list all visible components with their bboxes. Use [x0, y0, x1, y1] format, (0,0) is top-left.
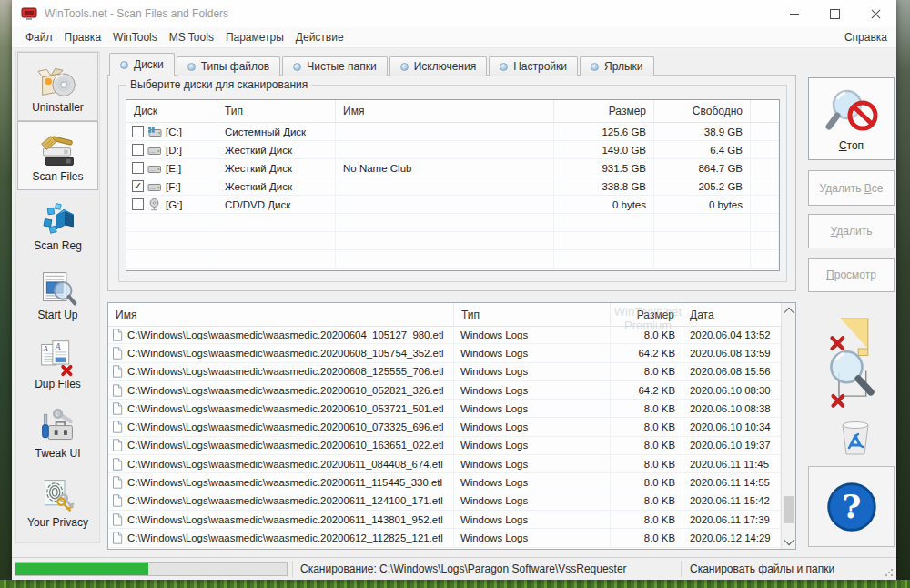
scroll-thumb[interactable] [784, 496, 794, 523]
menu-item-edit[interactable]: Правка [65, 31, 102, 44]
desktop-wallpaper-bottom [0, 580, 910, 588]
help-button[interactable] [808, 466, 895, 547]
sidebar-icon [37, 129, 78, 170]
delete-all-button[interactable]: Удалить Все [808, 170, 895, 206]
menu-item-help[interactable]: Справка [844, 31, 887, 44]
tab-5[interactable]: Настройки [489, 56, 578, 76]
disk-size: 0 bytes [554, 196, 654, 213]
disk-row[interactable]: ✓ [F:] Жесткий Диск 338.8 GB 205.2 GB [126, 177, 779, 196]
disk-type: Системный Диск [217, 123, 336, 140]
menu-item-options[interactable]: Параметры [226, 31, 284, 44]
tab-label: Чистые папки [307, 60, 376, 73]
disk-row-empty [126, 250, 779, 269]
file-table-header: Имя Тип Размер Дата [108, 303, 781, 327]
progress-bar [15, 562, 288, 576]
tab-6[interactable]: Ярлыки [580, 56, 654, 76]
sidebar-item-scan-files[interactable]: Scan Files [17, 121, 98, 190]
scroll-up-button[interactable] [782, 303, 796, 319]
delete-button[interactable]: Удалить [808, 214, 895, 248]
close-button[interactable] [855, 0, 896, 27]
disk-checkbox[interactable] [132, 126, 144, 137]
file-size: 64.2 KB [611, 344, 682, 361]
file-icon [112, 329, 123, 341]
disk-type [217, 214, 336, 231]
disk-checkbox[interactable]: ✓ [132, 180, 144, 192]
disk-col-free[interactable]: Свободно [654, 100, 751, 122]
sidebar-item-label: Scan Reg [34, 239, 82, 252]
file-row[interactable]: C:\Windows\Logs\waasmedic\waasmedic.2020… [108, 400, 781, 418]
disk-col-type[interactable]: Тип [217, 100, 336, 122]
resize-grip[interactable] [885, 568, 894, 577]
file-date: 2020.06.11 14:55 [682, 473, 781, 491]
tab-label: Настройки [513, 60, 567, 73]
tab-1[interactable]: Диски [109, 53, 175, 76]
sidebar-item-dup-files[interactable]: Dup Files [17, 329, 98, 398]
file-type: Windows Logs [454, 529, 611, 546]
menu-item-mstools[interactable]: MS Tools [169, 31, 214, 44]
tab-circle-icon [400, 63, 409, 71]
menu-item-file[interactable]: Файл [25, 31, 53, 44]
file-row[interactable]: C:\Windows\Logs\waasmedic\waasmedic.2020… [108, 455, 781, 473]
file-row[interactable]: C:\Windows\Logs\waasmedic\waasmedic.2020… [108, 326, 781, 344]
file-row[interactable]: C:\Windows\Logs\waasmedic\waasmedic.2020… [108, 363, 781, 381]
disk-row[interactable]: [C:] Системный Диск 125.6 GB 38.9 GB [126, 123, 779, 141]
stop-button[interactable]: Стоп [808, 77, 895, 160]
sidebar: Uninstaller Scan Files Scan Reg Start Up… [15, 51, 100, 543]
file-col-name[interactable]: Имя [108, 303, 454, 326]
tab-label: Диски [134, 58, 164, 71]
menu-item-action[interactable]: Действие [296, 31, 344, 44]
file-col-type[interactable]: Тип [454, 303, 611, 326]
disk-row[interactable]: [G:] CD/DVD Диск 0 bytes 0 bytes [126, 196, 779, 214]
desktop-wallpaper-left [0, 0, 12, 588]
disk-checkbox[interactable] [132, 198, 144, 210]
sidebar-item-privacy[interactable]: Your Privacy [17, 467, 98, 536]
file-row[interactable]: C:\Windows\Logs\waasmedic\waasmedic.2020… [108, 492, 781, 511]
sidebar-item-scan-reg[interactable]: Scan Reg [17, 190, 98, 259]
file-row[interactable]: C:\Windows\Logs\waasmedic\waasmedic.2020… [108, 437, 781, 455]
tab-3[interactable]: Чистые папки [282, 56, 387, 76]
file-list-panel: WinTools.netPremium Имя Тип Размер Дата … [107, 302, 796, 550]
file-col-date[interactable]: Дата [682, 303, 781, 326]
file-list-scrollbar[interactable] [781, 303, 795, 549]
file-row[interactable]: C:\Windows\Logs\waasmedic\waasmedic.2020… [108, 473, 781, 492]
minimize-button[interactable] [774, 0, 814, 27]
file-size: 8.0 KB [611, 418, 682, 435]
file-row[interactable]: C:\Windows\Logs\waasmedic\waasmedic.2020… [108, 381, 781, 400]
disk-row[interactable]: [D:] Жесткий Диск 149.0 GB 6.4 GB [126, 141, 779, 159]
file-row[interactable]: C:\Windows\Logs\waasmedic\waasmedic.2020… [108, 511, 781, 529]
disk-checkbox[interactable] [132, 144, 144, 156]
file-col-size[interactable]: Размер [611, 303, 682, 326]
drive-letter: [G:] [166, 199, 183, 210]
tab-4[interactable]: Исключения [389, 56, 488, 76]
file-row[interactable]: C:\Windows\Logs\waasmedic\waasmedic.2020… [108, 344, 781, 362]
file-path: C:\Windows\Logs\waasmedic\waasmedic.2020… [127, 532, 443, 543]
disk-col-drive[interactable]: Диск [126, 100, 217, 122]
disk-col-size[interactable]: Размер [554, 100, 654, 122]
preview-button[interactable]: Просмотр [808, 258, 895, 292]
disk-type: Жесткий Диск [217, 159, 336, 177]
drive-letter: [D:] [166, 145, 182, 156]
file-icon [112, 513, 123, 526]
file-size: 8.0 KB [611, 473, 682, 491]
sidebar-item-uninstaller[interactable]: Uninstaller [17, 52, 98, 121]
disk-row[interactable]: [E:] Жесткий Диск No Name Club 931.5 GB … [126, 159, 779, 177]
scroll-down-button[interactable] [782, 533, 796, 549]
file-path: C:\Windows\Logs\waasmedic\waasmedic.2020… [127, 495, 443, 506]
maximize-button[interactable] [814, 0, 855, 27]
status-bar: Сканирование: C:\Windows\Logs\Paragon So… [12, 557, 896, 580]
disk-size: 125.6 GB [554, 123, 654, 140]
menu-item-wintools[interactable]: WinTools [113, 31, 157, 44]
disk-checkbox[interactable] [132, 162, 144, 174]
file-row[interactable]: C:\Windows\Logs\waasmedic\waasmedic.2020… [108, 529, 781, 547]
file-row[interactable]: C:\Windows\Logs\waasmedic\waasmedic.2020… [108, 418, 781, 436]
file-type: Windows Logs [454, 437, 611, 454]
sidebar-item-startup[interactable]: Start Up [17, 259, 98, 329]
disk-type: Жесткий Диск [217, 177, 336, 195]
file-date: 2020.06.11 15:42 [682, 492, 781, 510]
tab-2[interactable]: Типы файлов [177, 56, 280, 76]
file-size: 8.0 KB [611, 400, 682, 417]
sidebar-item-tweak-ui[interactable]: Tweak UI [17, 398, 98, 467]
file-path: C:\Windows\Logs\waasmedic\waasmedic.2020… [127, 477, 442, 488]
disk-col-name[interactable]: Имя [336, 100, 554, 122]
title-bar: WinTools.net - Scan Files and Folders [12, 0, 896, 27]
